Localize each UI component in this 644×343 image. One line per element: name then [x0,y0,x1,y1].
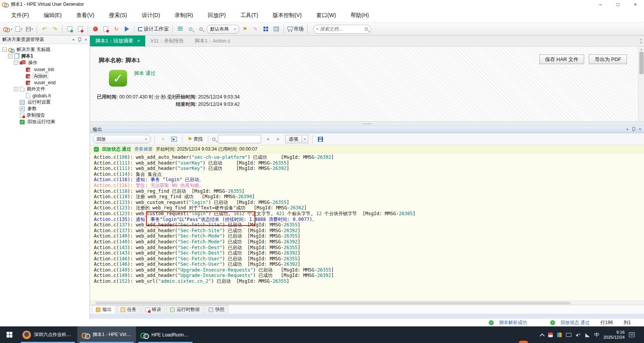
bottom-tab-任务[interactable]: 任务 [117,305,140,314]
start-button[interactable] [0,326,19,343]
tree-item-solution[interactable]: -解决方案 无标题 [0,46,90,53]
undo-button[interactable]: ↶ [40,24,49,34]
runtime-settings-button[interactable] [76,24,85,34]
next-result-button[interactable]: ▶ [274,135,283,143]
menu-item[interactable]: 工具(T) [233,10,265,21]
logo-menu-button[interactable]: ▾ [2,24,13,34]
tab-active[interactable]: 脚本1：回放摘要× [90,36,145,46]
ime-indicator[interactable]: 中 [594,331,599,338]
tree-item-globals-h[interactable]: globals.h [0,92,90,99]
tree-item-vuser-init[interactable]: vuser_init [0,66,90,73]
tray-icon[interactable] [557,333,562,337]
menu-item[interactable]: 搜索(S) [102,10,134,21]
replay-again-button[interactable]: ↻ [112,24,121,34]
tree-item-action[interactable]: Action [0,73,90,79]
minimize-button[interactable]: – [592,0,609,8]
menu-item[interactable]: 查看(V) [69,10,102,21]
run-button[interactable] [122,24,131,34]
taskbar-item[interactable]: HPE LoadRunner ... [136,326,195,343]
log-horizontal-scrollbar[interactable] [90,301,644,305]
bookmark-button[interactable]: ⚑ [240,24,250,34]
bottom-tab-输出[interactable]: 输出 [92,305,116,314]
close-button[interactable]: × [627,0,644,8]
annotate-button[interactable]: ✎ [251,24,260,34]
tree-item-runtime-settings[interactable]: 运行时设置 [0,99,90,105]
wrap-lines-button[interactable]: ▶ [170,135,178,143]
network-icon[interactable] [585,333,590,337]
log-filter-select[interactable]: 回放▾ [93,135,151,143]
record-button[interactable] [91,24,100,34]
new-script-button[interactable]: ▾ [14,24,24,34]
save-log-button[interactable] [316,135,325,143]
tree-item-recording-report[interactable]: 录制报告 [0,112,90,119]
layout-select[interactable]: 默认布局▾ [207,25,239,34]
tree-item-replay-results[interactable]: ✓回放运行结果 [0,119,90,125]
close-icon[interactable]: × [137,38,140,44]
maximize-button[interactable]: □ [609,0,627,8]
search-next-button[interactable] [196,24,206,34]
display-tray-icon[interactable] [566,333,571,337]
tree-item-extra-files[interactable]: -额外文件 [0,86,90,92]
pin-icon[interactable] [78,37,81,42]
options-button[interactable]: 选项 [285,135,302,143]
prev-result-button[interactable]: ◀ [263,135,272,143]
bottom-tab-运行时数据[interactable]: 运行时数据 [166,305,204,314]
panel-close-icon[interactable]: × [85,37,87,42]
scroll-up-icon[interactable]: ▲ [640,38,642,41]
menu-item[interactable]: 文件(F) [4,10,36,21]
tree-item-vuser-end[interactable]: vuser_end [0,79,90,86]
tree-item-actions[interactable]: -操作 [0,59,90,66]
save-script-button[interactable]: ▾ [25,24,34,34]
expander-icon[interactable]: - [2,48,7,52]
search-icon[interactable] [365,27,368,31]
redo-button[interactable]: ↷ [50,24,59,34]
taskbar-clock[interactable]: 9:16 2025/12/24 [603,330,625,340]
menu-item[interactable]: 设计(D) [134,10,167,21]
panel-close-icon[interactable]: × [639,127,641,132]
save-har-button[interactable]: 保存 HAR 文件 [539,54,585,64]
view-summary-link[interactable]: 查看摘要 [134,146,153,153]
tree-item-script1[interactable]: -脚本1 [0,53,90,59]
taskbar-item[interactable]: 深圳六点作业科技... [19,326,77,343]
grid-view-button[interactable] [261,24,270,34]
options-dropdown-button[interactable]: ▾ [302,135,308,143]
taskbar-item[interactable]: 脚本1 - HPE Virtu... [77,326,136,343]
recording-options-button[interactable] [101,24,110,34]
log-search-input[interactable] [218,135,261,143]
task-list-button[interactable] [175,24,185,34]
tray-icon[interactable] [548,333,553,337]
action-center-icon[interactable] [629,332,635,337]
window-layout-button[interactable] [272,24,281,34]
tab-item[interactable]: 脚本1：Action.c [189,36,236,46]
scrollbar-thumb[interactable] [639,52,644,74]
tree-item-parameters[interactable]: P参数 [0,105,90,112]
bottom-tab-错误[interactable]: 错误 [141,305,165,314]
scroll-up-icon[interactable]: ▲ [640,47,643,52]
clear-log-button[interactable]: × [159,135,167,143]
scrollbar-thumb[interactable] [95,302,571,304]
menu-item[interactable]: 帮助(H) [343,10,376,21]
expander-icon[interactable]: - [14,61,18,65]
menu-item[interactable]: 录制(R) [167,10,200,21]
bottom-tab-快照[interactable]: 快照 [205,305,228,314]
tab-scroll-buttons[interactable]: ▲▼ [638,36,644,46]
pin-icon[interactable] [632,127,635,132]
search-prev-button[interactable] [186,24,195,34]
menu-item[interactable]: 回放(P) [201,10,233,21]
regenerate-script-button[interactable] [65,24,75,34]
tab-item[interactable]: lr11：录制报告 [145,36,189,46]
menu-item[interactable]: 编辑(E) [36,10,69,21]
find-button[interactable]: ⚑查找 [186,135,204,143]
panel-splitter[interactable] [90,121,644,126]
menu-item[interactable]: 版本控制(V) [265,10,309,21]
expander-icon[interactable]: - [8,54,12,58]
scroll-down-icon[interactable]: ▼ [640,41,642,44]
export-pdf-button[interactable]: 导出为 PDF [589,54,627,64]
menu-item[interactable]: 窗口(W) [309,10,343,21]
expander-icon[interactable]: - [14,87,18,91]
design-studio-button[interactable]: 设计工作室 [137,24,170,34]
summary-scrollbar[interactable]: ▲ [638,47,644,121]
panel-menu-icon[interactable]: ▾ [72,38,74,42]
search-scope-icon[interactable]: ▾ [316,27,318,31]
panel-menu-icon[interactable]: ▾ [626,127,628,131]
